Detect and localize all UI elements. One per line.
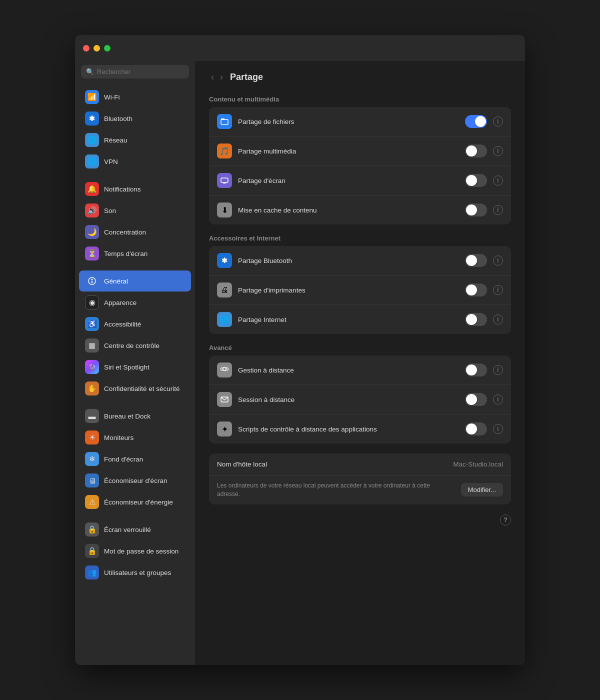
sidebar-item-label: Confidentialité et sécurité <box>104 385 180 392</box>
help-button[interactable]: ? <box>500 514 511 526</box>
economiseur-ecran-icon: 🖥 <box>85 474 99 488</box>
titlebar <box>75 35 525 61</box>
scripts-distance-icon: ✦ <box>217 422 232 436</box>
hostname-value: Mac-Studio.local <box>453 460 503 468</box>
info-partage-imprimantes[interactable]: i <box>493 285 503 295</box>
toggle-mise-en-cache[interactable] <box>465 204 487 216</box>
info-partage-internet[interactable]: i <box>493 314 503 324</box>
gestion-distance-icon <box>217 362 232 378</box>
info-partage-ecran[interactable]: i <box>493 176 503 186</box>
sidebar-item-concentration[interactable]: 🌙 Concentration <box>79 222 191 242</box>
toggle-partage-bluetooth[interactable] <box>465 254 487 267</box>
sidebar-item-label: Utilisateurs et groupes <box>104 569 171 576</box>
sidebar-item-label: Bureau et Dock <box>104 412 150 420</box>
toggle-partage-ecran[interactable] <box>465 174 487 187</box>
modify-button[interactable]: Modifier... <box>461 483 503 496</box>
partage-imprimantes-icon: 🖨 <box>217 282 232 298</box>
sidebar-item-label: Concentration <box>104 228 146 236</box>
sidebar-item-accessibilite[interactable]: ♿ Accessibilité <box>79 314 191 334</box>
back-button[interactable]: ‹ <box>209 71 216 84</box>
toggle-partage-imprimantes[interactable] <box>465 284 487 296</box>
sidebar-item-wifi[interactable]: 📶 Wi-Fi <box>79 86 191 108</box>
svg-rect-5 <box>221 178 228 182</box>
economiseur-energie-icon: ⚠ <box>85 495 99 509</box>
toggle-partage-fichiers[interactable] <box>465 115 487 128</box>
sidebar-item-temps-ecran[interactable]: ⏳ Temps d'écran <box>79 243 191 264</box>
sidebar-item-general[interactable]: Général <box>79 270 191 292</box>
row-partage-imprimantes: 🖨 Partage d'imprimantes i <box>209 276 511 305</box>
partage-bluetooth-icon: ✱ <box>217 253 232 268</box>
info-partage-bluetooth[interactable]: i <box>493 256 503 266</box>
info-mise-en-cache[interactable]: i <box>493 205 503 215</box>
info-gestion-distance[interactable]: i <box>493 365 503 375</box>
sidebar-item-notifications[interactable]: 🔔 Notifications <box>79 178 191 200</box>
sidebar: 🔍 📶 Wi-Fi ✱ Bluetooth 🌐 Réseau 🌐 <box>75 61 195 665</box>
close-button[interactable] <box>83 45 90 52</box>
info-scripts-distance[interactable]: i <box>493 424 503 434</box>
sidebar-section-general: Général ◉ Apparence ♿ Accessibilité ▦ Ce… <box>75 270 195 400</box>
son-icon: 🔊 <box>85 204 99 218</box>
sidebar-item-fond-ecran[interactable]: ❄ Fond d'écran <box>79 448 191 470</box>
moniteurs-icon: ☀ <box>85 430 99 444</box>
row-label: Scripts de contrôle à distance des appli… <box>238 426 459 433</box>
info-session-distance[interactable]: i <box>493 394 503 404</box>
sidebar-item-siri[interactable]: 🔮 Siri et Spotlight <box>79 356 191 378</box>
row-gestion-distance: Gestion à distance i <box>209 356 511 385</box>
partage-multimedia-icon: 🎵 <box>217 144 232 158</box>
sidebar-item-label: Fond d'écran <box>104 456 143 463</box>
row-session-distance: Session à distance i <box>209 385 511 414</box>
sidebar-item-utilisateurs[interactable]: 👥 Utilisateurs et groupes <box>79 562 191 583</box>
sidebar-item-confidentialite[interactable]: ✋ Confidentialité et sécurité <box>79 378 191 399</box>
info-partage-multimedia[interactable]: i <box>493 146 503 156</box>
toggle-scripts-distance[interactable] <box>465 422 487 436</box>
sidebar-item-label: Économiseur d'énergie <box>104 498 173 506</box>
maximize-button[interactable] <box>104 45 110 52</box>
sidebar-item-label: Mot de passe de session <box>104 548 178 555</box>
partage-fichiers-icon <box>217 114 232 129</box>
search-bar[interactable]: 🔍 <box>81 65 189 78</box>
fond-ecran-icon: ❄ <box>85 452 99 466</box>
partage-ecran-icon <box>217 173 232 188</box>
sidebar-item-economiseur-energie[interactable]: ⚠ Économiseur d'énergie <box>79 492 191 512</box>
toggle-partage-multimedia[interactable] <box>465 144 487 158</box>
forward-button[interactable]: › <box>218 71 225 84</box>
svg-point-1 <box>92 279 93 280</box>
sidebar-item-label: Apparence <box>104 299 136 306</box>
sidebar-item-economiseur-ecran[interactable]: 🖥 Économiseur d'écran <box>79 470 191 491</box>
sidebar-item-centre-controle[interactable]: ▦ Centre de contrôle <box>79 335 191 356</box>
accessibilite-icon: ♿ <box>85 317 99 331</box>
toggle-partage-internet[interactable] <box>465 313 487 326</box>
sidebar-item-reseau[interactable]: 🌐 Réseau <box>79 130 191 150</box>
vpn-icon: 🌐 <box>85 154 99 168</box>
apparence-icon: ◉ <box>85 296 99 310</box>
row-partage-fichiers: Partage de fichiers i <box>209 107 511 136</box>
centre-controle-icon: ▦ <box>85 338 99 352</box>
sidebar-item-bluetooth[interactable]: ✱ Bluetooth <box>79 108 191 129</box>
sidebar-section-system: 🔔 Notifications 🔊 Son 🌙 Concentration ⏳ … <box>75 178 195 264</box>
search-input[interactable] <box>97 68 184 76</box>
hostname-label: Nom d'hôte local <box>217 460 267 468</box>
row-label: Gestion à distance <box>238 366 459 374</box>
sidebar-item-label: Temps d'écran <box>104 250 148 258</box>
toggle-gestion-distance[interactable] <box>465 364 487 376</box>
main-panel: ‹ › Partage Contenu et multimédia Parta <box>195 61 525 665</box>
sidebar-item-apparence[interactable]: ◉ Apparence <box>79 292 191 313</box>
sidebar-item-moniteurs[interactable]: ☀ Moniteurs <box>79 427 191 448</box>
sidebar-item-label: Économiseur d'écran <box>104 477 167 484</box>
notifications-icon: 🔔 <box>85 182 99 196</box>
session-distance-icon <box>217 392 232 407</box>
info-partage-fichiers[interactable]: i <box>493 116 503 126</box>
sidebar-item-ecran-verrouille[interactable]: 🔒 Écran verrouillé <box>79 519 191 540</box>
row-partage-internet: 🌐 Partage Internet i <box>209 305 511 334</box>
row-partage-bluetooth: ✱ Partage Bluetooth i <box>209 246 511 276</box>
section-label-contenu: Contenu et multimédia <box>209 96 511 103</box>
sidebar-item-vpn[interactable]: 🌐 VPN <box>79 151 191 172</box>
siri-icon: 🔮 <box>85 360 99 374</box>
sidebar-item-mot-de-passe[interactable]: 🔒 Mot de passe de session <box>79 540 191 562</box>
row-scripts-distance: ✦ Scripts de contrôle à distance des app… <box>209 414 511 444</box>
sidebar-item-bureau-dock[interactable]: ▬ Bureau et Dock <box>79 406 191 426</box>
sidebar-item-son[interactable]: 🔊 Son <box>79 200 191 221</box>
minimize-button[interactable] <box>94 45 100 52</box>
sidebar-section-network: 📶 Wi-Fi ✱ Bluetooth 🌐 Réseau 🌐 VPN <box>75 86 195 172</box>
toggle-session-distance[interactable] <box>465 393 487 406</box>
